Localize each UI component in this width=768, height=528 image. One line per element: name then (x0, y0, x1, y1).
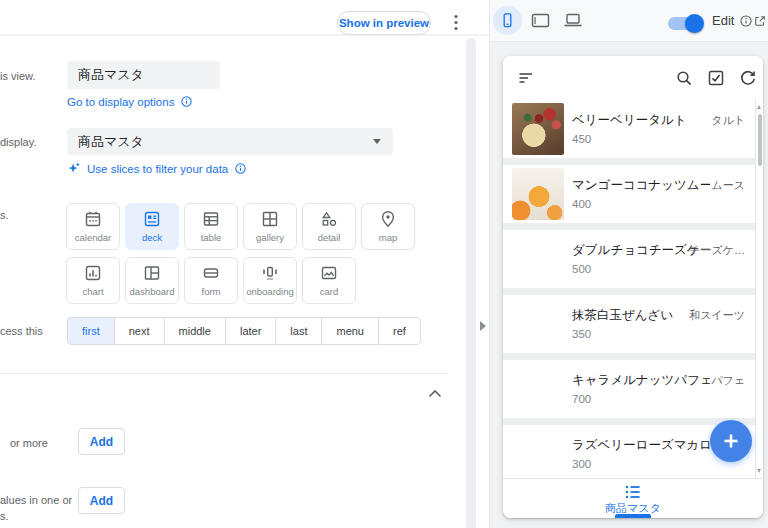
item-title: 抹茶白玉ぜんざい (572, 307, 673, 324)
data-source-select[interactable]: 商品マスタ (67, 128, 393, 155)
position-tab[interactable]: later (225, 317, 276, 345)
use-slices-link[interactable]: Use slices to filter your data (66, 161, 247, 176)
desktop-device-button[interactable] (563, 12, 583, 28)
chart-icon (84, 264, 102, 282)
view-type-label: dashboard (130, 286, 175, 297)
app-preview-panel: Edit (490, 0, 768, 528)
item-title: ラズベリーローズマカロン (572, 437, 710, 454)
item-price: 700 (572, 393, 591, 405)
map-icon (379, 210, 397, 228)
list-item[interactable]: 抹茶白玉ぜんざい 和スイーツ 350 (503, 295, 755, 353)
view-type-button[interactable]: onboarding (243, 257, 297, 304)
multi-select-checkbox-icon[interactable] (707, 69, 725, 87)
add-row-2-label-fragment-2: s. (0, 510, 9, 522)
list-item[interactable]: キャラメルナッツパフェ パフェ 700 (503, 360, 755, 418)
menu-sort-icon[interactable] (517, 69, 535, 87)
plus-icon (721, 431, 741, 451)
tablet-device-button[interactable] (531, 13, 550, 28)
panel-scrollbar[interactable] (466, 38, 476, 528)
list-item[interactable]: ダブルチョコチーズケーキ チーズケ… 500 (503, 230, 755, 288)
mobile-icon (499, 12, 516, 29)
expand-panel-handle-icon[interactable] (480, 321, 486, 331)
item-title: キャラメルナッツパフェ (572, 372, 710, 389)
scroll-up-icon[interactable] (757, 105, 761, 109)
section-divider (0, 373, 447, 374)
add-button-secondary[interactable]: Add (78, 487, 125, 514)
onboarding-icon (261, 264, 279, 282)
deck-icon (143, 210, 161, 228)
appsheet-view-editor: Show in preview is view. Go to display o… (0, 0, 768, 528)
view-type-label: calendar (75, 232, 111, 243)
position-tab[interactable]: ref (378, 317, 421, 345)
add-button-primary-header[interactable]: Add (78, 428, 125, 455)
go-to-display-options-link[interactable]: Go to display options (67, 95, 193, 108)
sparkle-icon (66, 161, 81, 176)
view-type-button[interactable]: table (184, 203, 238, 250)
view-type-button[interactable]: map (361, 203, 415, 250)
list-view-icon[interactable] (624, 484, 642, 500)
info-icon[interactable] (739, 14, 753, 28)
more-options-icon[interactable] (449, 13, 463, 32)
add-row-2-label-fragment: alues in one or (0, 494, 72, 506)
position-tab[interactable]: first (67, 317, 115, 345)
view-type-button[interactable]: card (302, 257, 356, 304)
info-icon[interactable] (180, 95, 193, 108)
view-type-label: chart (82, 286, 103, 297)
view-type-label: onboarding (246, 286, 294, 297)
search-icon[interactable] (675, 69, 693, 87)
toggle-knob (685, 14, 704, 33)
item-image (512, 168, 564, 220)
view-type-button[interactable]: detail (302, 203, 356, 250)
edit-mode-toggle[interactable] (668, 14, 705, 28)
item-price: 300 (572, 458, 591, 470)
item-price: 400 (572, 198, 591, 210)
item-price: 350 (572, 328, 591, 340)
item-price: 450 (572, 133, 591, 145)
position-tab[interactable]: next (114, 317, 165, 345)
view-type-button[interactable]: chart (66, 257, 120, 304)
mobile-device-button[interactable] (493, 6, 522, 35)
item-price: 500 (572, 263, 591, 275)
item-category: 和スイーツ (689, 308, 745, 323)
gallery-icon (261, 210, 279, 228)
view-type-button[interactable]: calendar (66, 203, 120, 250)
add-record-fab[interactable] (710, 420, 752, 462)
panel-header: Show in preview (0, 0, 490, 36)
tablet-icon (531, 13, 550, 28)
card-icon (320, 264, 338, 282)
view-type-label: map (379, 232, 397, 243)
nav-active-indicator (615, 514, 651, 518)
position-tab[interactable]: menu (321, 317, 379, 345)
open-in-new-icon[interactable] (753, 14, 767, 28)
view-type-button[interactable]: dashboard (125, 257, 179, 304)
view-type-label: deck (142, 232, 162, 243)
scrollbar-thumb[interactable] (758, 114, 762, 166)
view-type-label: card (320, 286, 338, 297)
detail-icon (320, 210, 338, 228)
data-source-value: 商品マスタ (78, 133, 144, 151)
position-tab[interactable]: middle (164, 317, 226, 345)
item-category: パフェ (711, 373, 745, 388)
position-tab[interactable]: last (275, 317, 322, 345)
view-type-button[interactable]: deck (125, 203, 179, 250)
data-source-label-fragment: display. (0, 136, 36, 148)
list-item[interactable]: ベリーベリータルト タルト 450 (503, 100, 755, 158)
info-icon[interactable] (234, 162, 247, 175)
list-scrollbar[interactable] (755, 100, 763, 478)
view-name-input[interactable] (67, 61, 220, 89)
show-in-preview-button[interactable]: Show in preview (337, 11, 431, 35)
bottom-nav-bar: 商品マスタ (503, 478, 763, 518)
view-type-grid: calendar deck table gallery detail map c… (66, 203, 426, 304)
go-to-display-options-text: Go to display options (67, 96, 174, 108)
preview-toolbar: Edit (490, 0, 768, 42)
view-name-label-fragment: is view. (0, 70, 35, 82)
view-type-button[interactable]: form (184, 257, 238, 304)
collapse-section-icon[interactable] (428, 389, 442, 398)
item-category: タルト (711, 113, 745, 128)
scroll-down-icon[interactable] (757, 469, 761, 473)
view-type-label: gallery (256, 232, 284, 243)
list-item[interactable]: マンゴーココナッツムース ムース 400 (503, 165, 755, 223)
phone-app-bar (503, 56, 763, 100)
refresh-icon[interactable] (739, 69, 757, 87)
view-type-button[interactable]: gallery (243, 203, 297, 250)
